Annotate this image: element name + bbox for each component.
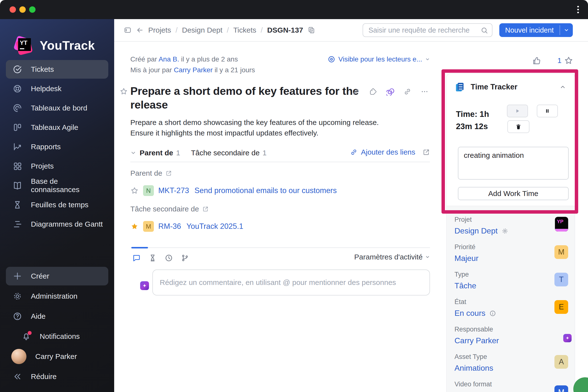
report-chart-icon [13,142,22,152]
time-tab-icon[interactable] [165,254,173,262]
breadcrumb: Projets / Design Dept / Tickets / DSGN-1… [124,26,315,34]
project-settings-gear-icon[interactable] [502,228,508,234]
priority-badge[interactable]: M [554,245,568,259]
video-format-badge[interactable]: M [554,386,568,392]
open-in-new-icon[interactable] [166,170,172,176]
window-titlebar [0,0,588,19]
project-value[interactable]: Design Dept [454,226,568,236]
close-button[interactable] [10,6,16,13]
links-tab-subtask[interactable]: Tâche secondaire de [191,149,260,157]
sidebar-item-knowledge-base[interactable]: Base de connaissances [6,176,108,195]
pause-button[interactable] [537,104,558,117]
comments-tab-icon[interactable] [132,254,141,262]
thumbs-up-icon[interactable] [532,56,541,65]
sidebar-item-agile-boards[interactable]: Tableaux Agile [6,118,108,137]
work-note-input[interactable]: creating animation [458,147,569,180]
more-actions-icon[interactable] [421,88,428,96]
links-tab-parent[interactable]: Parent de [140,149,173,157]
sidebar-item-gantt-charts[interactable]: Diagrammes de Gantt [6,215,108,234]
collapse-links-icon[interactable] [130,150,136,156]
zoom-button[interactable] [29,6,36,13]
sidebar-item-dashboards[interactable]: Tableaux de bord [6,99,108,117]
asset-type-value[interactable]: Animations [454,364,568,373]
project-avatar[interactable]: YP [555,217,568,232]
back-arrow-icon[interactable] [136,26,144,34]
copy-id-icon[interactable] [308,26,315,34]
sidebar-item-reports[interactable]: Rapports [6,138,108,156]
discard-button[interactable] [508,120,530,133]
star-filled-icon[interactable] [130,222,139,230]
create-button[interactable]: Créer [6,267,108,286]
sidebar-item-helpdesk[interactable]: Helpdesk [6,80,108,98]
issue-content: Créé par Ana B. il y a plus de 2 ans Mis… [130,42,430,296]
type-badge[interactable]: T [554,273,568,286]
linked-issue-row: N MKT-273 Send promotional emails to our… [130,185,430,196]
issue-meta: Créé par Ana B. il y a plus de 2 ans Mis… [130,54,430,76]
star-icon[interactable] [130,186,139,195]
state-badge[interactable]: E [554,300,568,314]
add-links-button[interactable]: Ajouter des liens [350,148,430,156]
sidebar-item-tickets[interactable]: Tickets [6,60,108,79]
breadcrumb-projects[interactable]: Projets [148,26,171,34]
linked-issue-link[interactable]: RM-36 YouTrack 2025.1 [158,222,243,231]
ai-spiral-icon[interactable] [386,88,394,96]
sidebar-item-projects[interactable]: Projets [6,157,108,176]
breadcrumb-tickets[interactable]: Tickets [233,26,256,34]
linked-issue-row: M RM-36 YouTrack 2025.1 [130,221,430,232]
link-icon[interactable] [404,88,411,96]
new-incident-button[interactable]: Nouvel incident [499,23,560,37]
star-issue-icon[interactable] [120,87,128,96]
agile-board-icon [13,123,22,132]
panel-toggle-icon[interactable] [124,26,132,34]
assignee-avatar[interactable]: ✦ [554,326,568,340]
time-tracker-icon [456,82,465,92]
comment-input[interactable]: Rédigez un commentaire, en utilisant @ p… [152,270,430,296]
youtrack-window: YT YouTrack Tickets Helpdesk Tableaux de… [0,0,588,392]
info-icon[interactable] [489,310,496,317]
star-icon[interactable] [564,56,573,65]
linked-issue-link[interactable]: MKT-273 Send promotional emails to our c… [158,186,337,195]
vcs-tab-icon[interactable] [181,254,189,262]
play-button[interactable] [507,104,528,117]
dashboard-spiral-icon [13,104,22,113]
minimize-button[interactable] [19,6,26,13]
issue-type-badge: N [143,185,154,196]
issue-title: Prepare a short demo of key features for… [130,84,366,112]
activity-settings-button[interactable]: Paramètres d'activité [354,253,430,261]
edit-pencil-icon[interactable] [352,88,360,96]
issue-sidebar-panel: Time Tracker Time: 1h 23m 12s creating a… [446,74,575,392]
search-input[interactable] [363,24,492,36]
open-in-new-icon[interactable] [202,206,209,212]
sidebar: YT YouTrack Tickets Helpdesk Tableaux de… [0,19,114,392]
sidebar-item-administration[interactable]: Administration [6,287,108,306]
links-divider [130,162,430,162]
question-circle-icon [13,312,22,321]
sidebar-item-notifications[interactable]: Notifications [6,327,108,346]
assignee-value[interactable]: Carry Parker [454,336,568,345]
user-menu[interactable]: Carry Parker [6,347,108,366]
browser-menu-icon[interactable] [574,6,582,13]
collapse-sidebar-button[interactable]: Réduire [6,367,108,386]
add-work-time-button[interactable]: Add Work Time [458,187,569,200]
updated-author-link[interactable]: Carry Parker [174,66,213,74]
history-tab-icon[interactable] [148,254,157,262]
state-value[interactable]: En cours [454,309,568,318]
gear-icon [13,292,22,301]
parent-group-label: Parent de [130,169,430,178]
visibility-icon [328,55,336,63]
open-in-new-icon[interactable] [422,148,430,156]
tag-icon[interactable] [369,88,377,96]
sidebar-item-timesheets[interactable]: Feuilles de temps [6,196,108,214]
asset-type-badge[interactable]: A [554,355,568,369]
created-author-link[interactable]: Ana B. [158,55,179,63]
search-icon[interactable] [481,27,488,34]
type-value[interactable]: Tâche [454,281,568,290]
sidebar-item-help[interactable]: Aide [6,307,108,326]
collapse-widget-icon[interactable] [560,84,566,90]
visibility-selector[interactable]: Visible pour les lecteurs e... [328,54,430,65]
priority-value[interactable]: Majeur [454,254,568,263]
new-incident-dropdown[interactable] [560,23,573,37]
youtrack-logo-text: YouTrack [40,38,95,53]
youtrack-logo[interactable]: YT YouTrack [0,35,114,56]
breadcrumb-project[interactable]: Design Dept [182,26,222,34]
